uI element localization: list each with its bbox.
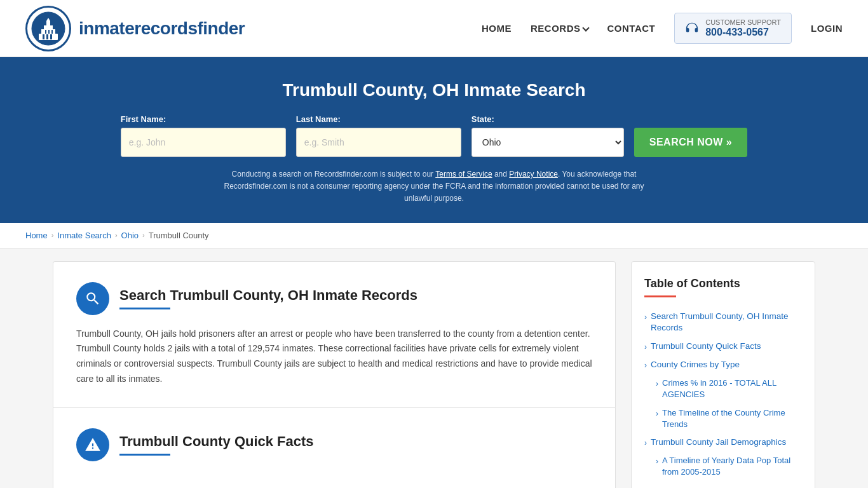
toc-chevron-2: › [644, 342, 647, 353]
toc-link-6[interactable]: › Trumbull County Jail Demographics [644, 437, 802, 449]
nav-login[interactable]: LOGIN [811, 23, 843, 34]
toc-item-3: › County Crimes by Type [644, 356, 802, 374]
last-name-group: Last Name: [296, 114, 461, 157]
toc-card: Table of Contents › Search Trumbull Coun… [631, 261, 815, 488]
warning-section-icon [76, 428, 109, 461]
toc-item-2: › Trumbull County Quick Facts [644, 337, 802, 356]
toc-link-3[interactable]: › County Crimes by Type [644, 359, 802, 371]
nav-records[interactable]: RECORDS [531, 23, 588, 34]
support-info: CUSTOMER SUPPORT 800-433-0567 [705, 18, 781, 38]
hero-banner: Trumbull County, OH Inmate Search First … [0, 57, 868, 223]
section1-title: Search Trumbull County, OH Inmate Record… [119, 287, 417, 304]
breadcrumb-home[interactable]: Home [25, 231, 48, 240]
breadcrumb-ohio[interactable]: Ohio [121, 231, 139, 240]
toc-link-2[interactable]: › Trumbull County Quick Facts [644, 341, 802, 353]
svg-rect-8 [50, 34, 52, 39]
toc-title: Table of Contents [644, 277, 802, 290]
toc-item-4: › Crimes % in 2016 - TOTAL ALL AGENCIES [644, 374, 802, 403]
content-left: Search Trumbull County, OH Inmate Record… [53, 261, 616, 488]
hero-disclaimer: Conducting a search on Recordsfinder.com… [212, 168, 656, 205]
logo-text: inmaterecordsfinder [79, 18, 245, 39]
logo-area: inmaterecordsfinder [25, 6, 245, 51]
svg-rect-7 [46, 34, 48, 39]
last-name-input[interactable] [296, 128, 461, 157]
records-dropdown-icon [582, 24, 589, 31]
svg-rect-10 [48, 30, 50, 34]
section1-header: Search Trumbull County, OH Inmate Record… [76, 282, 592, 315]
toc-link-5[interactable]: › The Timeline of the County Crime Trend… [656, 407, 802, 430]
headset-icon [685, 22, 699, 36]
sidebar: Table of Contents › Search Trumbull Coun… [631, 261, 815, 488]
site-header: inmaterecordsfinder HOME RECORDS CONTACT… [0, 0, 868, 57]
section-quick-facts: Trumbull County Quick Facts [53, 408, 616, 488]
svg-rect-9 [45, 30, 46, 34]
section2-title: Trumbull County Quick Facts [119, 433, 314, 450]
nav-contact[interactable]: CONTACT [607, 23, 656, 34]
state-select[interactable]: Ohio [471, 128, 624, 157]
nav-home[interactable]: HOME [482, 23, 512, 34]
alert-icon [85, 437, 101, 453]
tos-link[interactable]: Terms of Service [435, 170, 492, 179]
customer-support-box[interactable]: CUSTOMER SUPPORT 800-433-0567 [674, 13, 792, 44]
breadcrumb-sep-2: › [115, 231, 118, 239]
toc-item-5: › The Timeline of the County Crime Trend… [644, 404, 802, 433]
state-group: State: Ohio [471, 114, 624, 157]
toc-chevron-5: › [656, 409, 658, 419]
toc-link-4[interactable]: › Crimes % in 2016 - TOTAL ALL AGENCIES [656, 377, 802, 400]
main-nav: HOME RECORDS CONTACT CUSTOMER SUPPORT 80… [482, 13, 843, 44]
section1-underline [119, 308, 170, 309]
main-container: Search Trumbull County, OH Inmate Record… [27, 261, 841, 488]
toc-chevron-3: › [644, 360, 647, 371]
toc-underline [644, 295, 676, 297]
svg-rect-3 [44, 25, 53, 30]
breadcrumb-current: Trumbull County [149, 231, 209, 240]
last-name-label: Last Name: [296, 114, 341, 124]
breadcrumb-inmate-search[interactable]: Inmate Search [57, 231, 111, 240]
section1-body: Trumbull County, OH jails hold prisoners… [76, 327, 592, 387]
magnifier-icon [85, 290, 101, 307]
toc-item-1: › Search Trumbull County, OH Inmate Reco… [644, 308, 802, 338]
section2-underline [119, 454, 170, 456]
section2-title-area: Trumbull County Quick Facts [119, 433, 314, 456]
first-name-label: First Name: [121, 114, 166, 124]
toc-chevron-6: › [644, 438, 647, 449]
section2-header: Trumbull County Quick Facts [76, 428, 592, 461]
breadcrumb-sep-1: › [51, 231, 54, 239]
privacy-link[interactable]: Privacy Notice [509, 170, 558, 179]
svg-rect-4 [46, 21, 50, 26]
toc-list: › Search Trumbull County, OH Inmate Reco… [644, 308, 802, 482]
svg-rect-11 [51, 30, 53, 34]
toc-item-6: › Trumbull County Jail Demographics [644, 433, 802, 452]
toc-item-7: › A Timeline of Yearly Data Pop Total fr… [644, 452, 802, 481]
first-name-input[interactable] [121, 128, 286, 157]
toc-link-7[interactable]: › A Timeline of Yearly Data Pop Total fr… [656, 455, 802, 478]
search-button[interactable]: SEARCH NOW » [634, 128, 747, 157]
hero-title: Trumbull County, OH Inmate Search [25, 80, 843, 100]
section1-title-area: Search Trumbull County, OH Inmate Record… [119, 287, 417, 309]
toc-link-1[interactable]: › Search Trumbull County, OH Inmate Reco… [644, 311, 802, 335]
search-form: First Name: Last Name: State: Ohio SEARC… [25, 114, 843, 157]
toc-chevron-7: › [656, 456, 658, 467]
section-inmate-records: Search Trumbull County, OH Inmate Record… [53, 261, 616, 408]
svg-rect-6 [43, 34, 44, 39]
logo-icon [25, 6, 71, 51]
toc-chevron-4: › [656, 379, 658, 390]
first-name-group: First Name: [121, 114, 286, 157]
state-label: State: [471, 114, 494, 124]
search-section-icon [76, 282, 109, 315]
breadcrumb: Home › Inmate Search › Ohio › Trumbull C… [0, 223, 868, 248]
toc-chevron-1: › [644, 312, 647, 323]
breadcrumb-sep-3: › [142, 231, 145, 239]
